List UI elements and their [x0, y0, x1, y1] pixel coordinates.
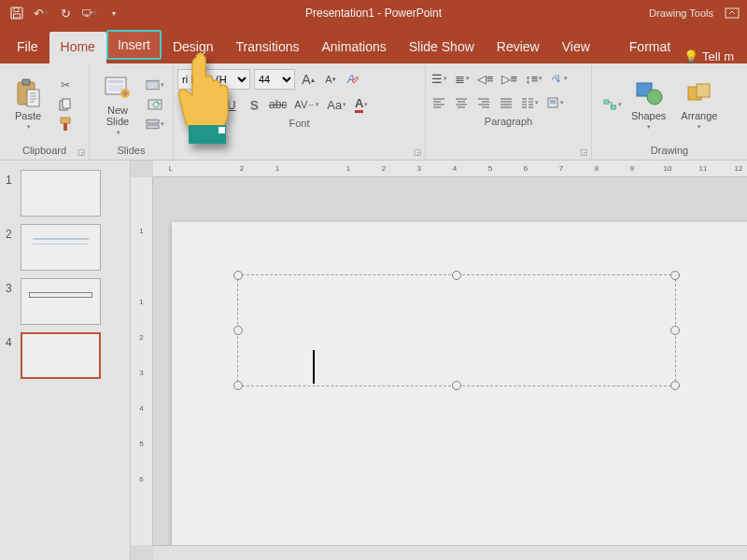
font-color-button[interactable]: A▾: [352, 95, 371, 114]
save-icon[interactable]: [9, 6, 24, 21]
shapes-button[interactable]: Shapes ▾: [624, 75, 673, 134]
line-spacing-button[interactable]: ↕≡▾: [523, 69, 544, 88]
decrease-indent-button[interactable]: ◁≡: [475, 69, 496, 88]
group-drawing: ▾ Shapes ▾ Arrange ▾ Drawing: [592, 63, 747, 160]
grow-font-button[interactable]: A▴: [299, 70, 317, 89]
dialog-launcher-icon[interactable]: ◲: [414, 147, 422, 157]
svg-rect-17: [148, 81, 158, 83]
group-clipboard-label: Clipboard: [0, 141, 89, 160]
slide[interactable]: [172, 222, 747, 545]
tab-transitions[interactable]: Transitions: [225, 32, 311, 63]
reset-button[interactable]: [146, 96, 164, 113]
new-slide-icon: [103, 73, 133, 103]
group-slides-label: Slides: [90, 141, 173, 160]
underline-button[interactable]: U: [222, 95, 241, 114]
shrink-font-button[interactable]: A▾: [321, 70, 340, 89]
svg-point-29: [647, 90, 662, 105]
strikethrough-button[interactable]: abc: [267, 95, 289, 114]
char-spacing-button[interactable]: AV↔▾: [292, 95, 321, 114]
svg-rect-31: [697, 84, 710, 97]
convert-smartart-button[interactable]: ▾: [603, 96, 622, 113]
redo-icon[interactable]: ↻: [58, 6, 73, 21]
slide-thumbnails-pane: 1 2 3 4: [0, 161, 131, 560]
new-slide-label: New Slide: [106, 105, 129, 127]
tab-slideshow[interactable]: Slide Show: [398, 32, 486, 63]
slide-thumbnail-2[interactable]: [21, 224, 101, 271]
tab-format[interactable]: Format: [618, 32, 682, 63]
increase-indent-button[interactable]: ▷≡: [500, 69, 520, 88]
tab-review[interactable]: Review: [486, 32, 551, 63]
shadow-button[interactable]: S: [245, 95, 263, 114]
columns-button[interactable]: ▾: [519, 93, 541, 112]
group-slides: New Slide ▾ ▾ ▾ Slides: [90, 63, 174, 160]
slide-thumbnail-4[interactable]: [21, 332, 101, 379]
undo-icon[interactable]: ↶▾: [34, 6, 49, 21]
new-slide-button[interactable]: New Slide ▾: [95, 69, 140, 140]
align-left-button[interactable]: [430, 93, 448, 112]
titlebar: ↶▾ ↻ ▾ ▾ Presentation1 - PowerPoint Draw…: [0, 0, 747, 26]
align-center-button[interactable]: [452, 93, 471, 112]
paste-button[interactable]: Paste ▾: [6, 75, 50, 134]
format-painter-button[interactable]: [56, 116, 75, 133]
slide-canvas[interactable]: ⟳: [153, 177, 747, 545]
slide-thumbnail-1[interactable]: [21, 170, 101, 217]
arrange-label: Arrange: [681, 110, 717, 121]
canvas-wrap: L 21 1 23 45 67 89 1011 1213 1415 16 1 1…: [131, 161, 747, 560]
start-from-beginning-icon[interactable]: ▾: [82, 6, 97, 21]
tab-view[interactable]: View: [551, 32, 601, 63]
svg-rect-11: [63, 123, 67, 131]
svg-rect-18: [148, 84, 152, 89]
svg-rect-7: [27, 90, 39, 106]
chevron-down-icon: ▾: [698, 123, 701, 131]
group-font-label: Font: [174, 114, 425, 133]
numbering-button[interactable]: ≣▾: [453, 69, 472, 88]
arrange-button[interactable]: Arrange ▾: [673, 75, 725, 134]
layout-button[interactable]: ▾: [146, 77, 164, 93]
font-name-select[interactable]: ri Light (H: [177, 69, 250, 90]
tab-design[interactable]: Design: [162, 32, 225, 63]
slide-thumbnail-3[interactable]: [21, 278, 101, 325]
text-placeholder[interactable]: [237, 274, 676, 386]
thumb-number: 1: [6, 170, 17, 187]
dialog-launcher-icon[interactable]: ◲: [580, 147, 588, 157]
group-drawing-label: Drawing: [592, 141, 747, 160]
align-text-button[interactable]: ▾: [544, 93, 566, 112]
ribbon: Paste ▾ ✂ Clipboard ◲ New Slide: [0, 63, 747, 161]
svg-rect-9: [63, 99, 70, 108]
dialog-launcher-icon[interactable]: ◲: [78, 147, 86, 157]
italic-button[interactable]: I: [200, 95, 218, 114]
tab-home[interactable]: Home: [49, 32, 106, 63]
ruler-vertical: 1 1 23 45 6: [131, 177, 153, 545]
svg-rect-14: [108, 85, 123, 91]
svg-rect-1: [14, 8, 19, 12]
change-case-button[interactable]: Aa▾: [325, 95, 348, 114]
quick-access-toolbar: ↶▾ ↻ ▾ ▾: [0, 6, 131, 21]
cut-button[interactable]: ✂: [56, 77, 75, 93]
bullets-button[interactable]: ☰▾: [430, 69, 449, 88]
bold-button[interactable]: B: [177, 95, 196, 114]
chevron-down-icon: ▾: [27, 123, 31, 131]
clear-formatting-button[interactable]: A: [344, 70, 362, 89]
svg-rect-22: [147, 124, 159, 128]
group-font: ri Light (H 44 A▴ A▾ A B I U S abc AV↔▾ …: [174, 63, 426, 160]
scissors-icon: ✂: [61, 78, 70, 91]
shapes-label: Shapes: [631, 110, 666, 121]
tab-insert[interactable]: Insert: [106, 30, 162, 60]
horizontal-scrollbar[interactable]: [153, 545, 747, 560]
thumb-number: 4: [6, 332, 17, 349]
copy-button[interactable]: [56, 96, 75, 113]
group-paragraph: ☰▾ ≣▾ ◁≡ ▷≡ ↕≡▾ A▾: [426, 63, 592, 160]
text-direction-button[interactable]: A▾: [548, 69, 570, 88]
align-right-button[interactable]: [474, 93, 493, 112]
contextual-tab-label: Drawing Tools: [649, 7, 713, 19]
svg-rect-19: [153, 84, 159, 89]
font-size-select[interactable]: 44: [254, 69, 295, 90]
ribbon-display-options-icon[interactable]: [725, 7, 740, 19]
tell-me[interactable]: 💡 Tell m: [684, 49, 741, 63]
tab-animations[interactable]: Animations: [310, 32, 397, 63]
tab-file[interactable]: File: [6, 32, 49, 63]
section-button[interactable]: ▾: [146, 116, 164, 133]
qat-customize-icon[interactable]: ▾: [106, 6, 121, 21]
svg-rect-26: [604, 100, 609, 104]
justify-button[interactable]: [497, 93, 515, 112]
